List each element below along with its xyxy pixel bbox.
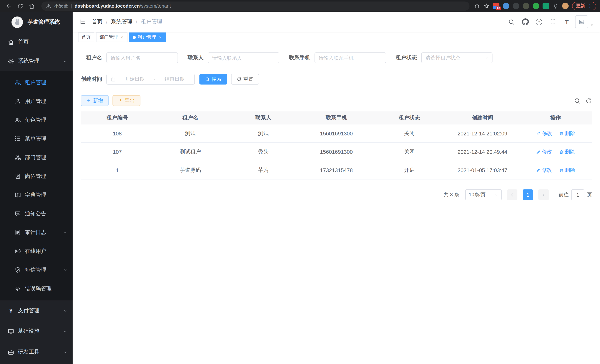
sidebar-item-dict-management[interactable]: 字典管理 <box>0 186 73 204</box>
sidebar-item-role-management[interactable]: 角色管理 <box>0 111 73 129</box>
tab-tenant-management[interactable]: 租户管理 × <box>129 32 166 42</box>
user-icon <box>14 98 21 104</box>
breadcrumb-item[interactable]: 首页 <box>92 18 103 25</box>
browser-chrome: 不安全 dashboard.yudao.iocoder.cn/system/te… <box>0 0 600 12</box>
sidebar-item-dev-tools[interactable]: 研发工具 <box>0 342 73 362</box>
delete-link[interactable]: 删除 <box>559 130 575 137</box>
sidebar-item-dept-management[interactable]: 部门管理 <box>0 148 73 167</box>
app-logo[interactable]: 芋道管理系统 <box>0 12 73 32</box>
search-toggle-icon[interactable] <box>574 97 581 104</box>
extension-icon[interactable] <box>523 3 529 9</box>
table-row[interactable]: 108 测试 测试 15601691300 关闭 2021-12-14 21:0… <box>81 124 592 143</box>
sidebar-item-tenant-management[interactable]: 租户管理 <box>0 73 73 92</box>
extension-icon[interactable] <box>503 3 509 9</box>
sidebar-item-notice[interactable]: 通知公告 <box>0 204 73 223</box>
sidebar-item-system-management[interactable]: 系统管理 <box>0 52 73 71</box>
sidebar: 芋道管理系统 首页 系统管理 租户管理 用户管理 <box>0 12 73 364</box>
extension-badge: 10 <box>496 7 501 10</box>
add-button[interactable]: 新增 <box>81 95 109 106</box>
edit-link[interactable]: 修改 <box>536 130 552 137</box>
sidebar-item-audit-log[interactable]: 审计日志 <box>0 223 73 242</box>
edit-link[interactable]: 修改 <box>536 167 552 173</box>
url-host: dashboard.yudao.iocoder.cn <box>75 3 140 9</box>
header-search-button[interactable] <box>508 18 515 25</box>
close-icon[interactable]: × <box>120 35 124 40</box>
browser-reload-button[interactable] <box>15 1 25 11</box>
date-end-placeholder: 结束日期 <box>159 76 190 83</box>
sidebar-item-label: 在线用户 <box>25 248 46 254</box>
edit-link[interactable]: 修改 <box>536 148 552 155</box>
extension-icon[interactable] <box>513 3 519 9</box>
org-tree-icon <box>14 154 21 161</box>
search-button[interactable]: 搜索 <box>199 74 227 84</box>
sidebar-toggle-button[interactable] <box>73 12 92 32</box>
share-icon[interactable] <box>474 3 480 9</box>
tenant-name-input[interactable] <box>106 53 178 63</box>
sidebar-item-label: 研发工具 <box>18 349 39 355</box>
sidebar-item-payment-management[interactable]: ¥ 支付管理 <box>0 300 73 321</box>
profile-avatar[interactable] <box>562 3 569 9</box>
page-size-select[interactable]: 10条/页 <box>465 189 502 200</box>
extension-icon[interactable] <box>543 3 549 9</box>
delete-link[interactable]: 删除 <box>559 148 575 155</box>
help-button[interactable]: ? <box>535 18 543 25</box>
page-content: 租户名 联系人 联系手机 租户状态 请选择租户状态 <box>73 43 600 364</box>
sidebar-item-online-users[interactable]: 在线用户 <box>0 242 73 261</box>
github-link[interactable] <box>522 18 529 25</box>
status-select-placeholder: 请选择租户状态 <box>426 54 460 61</box>
sidebar-item-infrastructure[interactable]: 基础设施 <box>0 321 73 342</box>
fullscreen-button[interactable] <box>549 18 556 25</box>
prev-page-button[interactable] <box>507 189 517 200</box>
sidebar-item-label: 基础设施 <box>18 328 39 335</box>
screen: 不安全 dashboard.yudao.iocoder.cn/system/te… <box>0 0 600 364</box>
extension-icon[interactable]: 10 <box>493 3 499 9</box>
sidebar-item-label: 字典管理 <box>25 191 46 198</box>
delete-link[interactable]: 删除 <box>559 167 575 173</box>
close-icon[interactable]: × <box>158 35 162 40</box>
sidebar-item-sms-management[interactable]: 短信管理 <box>0 261 73 280</box>
address-divider <box>71 4 72 8</box>
goto-page-input[interactable] <box>571 189 584 200</box>
sidebar-item-post-management[interactable]: 岗位管理 <box>0 167 73 186</box>
date-range-picker[interactable]: 开始日期 - 结束日期 <box>106 74 195 84</box>
toolbox-icon <box>8 349 14 355</box>
pencil-icon <box>536 149 541 154</box>
phone-input[interactable] <box>314 53 386 63</box>
font-size-button[interactable]: TT <box>563 19 569 25</box>
breadcrumb-item[interactable]: 系统管理 <box>111 18 132 25</box>
table-row[interactable]: 107 测试租户 秃头 15601691300 关闭 2021-12-14 20… <box>81 143 592 161</box>
browser-back-button[interactable] <box>4 1 14 11</box>
filter-status: 租户状态 请选择租户状态 <box>396 53 493 63</box>
page-number-button[interactable]: 1 <box>523 189 533 200</box>
browser-menu-icon[interactable]: ⋮ <box>587 3 592 9</box>
address-bar[interactable]: 不安全 dashboard.yudao.iocoder.cn/system/te… <box>41 1 469 10</box>
chevron-down-icon <box>63 350 67 354</box>
user-avatar-menu[interactable] <box>575 15 594 28</box>
tab-home[interactable]: 首页 <box>78 32 94 42</box>
table-row[interactable]: 1 芋道源码 芋艿 17321315478 开启 2021-01-05 17:0… <box>81 161 592 179</box>
cell-actions: 修改 删除 <box>519 167 592 173</box>
contact-input[interactable] <box>208 53 279 63</box>
browser-home-button[interactable] <box>27 1 37 11</box>
sidebar-item-user-management[interactable]: 用户管理 <box>0 92 73 111</box>
extension-icon[interactable] <box>533 3 539 9</box>
cell-contact: 芋艿 <box>227 167 300 173</box>
bookmark-star-icon[interactable] <box>483 3 489 9</box>
reset-button[interactable]: 重置 <box>231 74 259 84</box>
status-select[interactable]: 请选择租户状态 <box>421 53 493 63</box>
export-button[interactable]: 导出 <box>112 95 141 106</box>
sidebar-item-label: 角色管理 <box>25 117 46 123</box>
hamburger-icon <box>79 18 86 25</box>
tab-dept-management[interactable]: 部门管理 × <box>96 32 127 42</box>
cell-contact: 测试 <box>227 130 300 137</box>
browser-update-button[interactable]: 更新 ⋮ <box>572 2 596 10</box>
date-start-placeholder: 开始日期 <box>119 76 151 83</box>
sidebar-item-error-code-management[interactable]: 错误码管理 <box>0 280 73 298</box>
tenant-table: 租户编号 租户名 联系人 联系手机 租户状态 创建时间 操作 108 测试 测试… <box>81 111 592 179</box>
id-badge-icon <box>14 173 21 179</box>
refresh-table-icon[interactable] <box>586 97 592 104</box>
extensions-puzzle-icon[interactable] <box>553 3 559 9</box>
sidebar-item-home[interactable]: 首页 <box>0 32 73 52</box>
sidebar-item-menu-management[interactable]: 菜单管理 <box>0 129 73 148</box>
next-page-button[interactable] <box>538 189 549 200</box>
